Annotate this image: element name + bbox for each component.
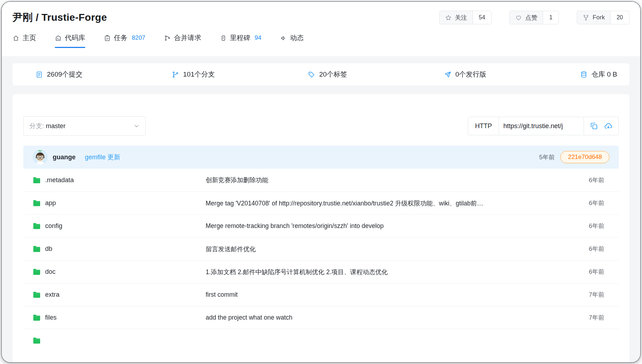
file-commit-time: 7年前	[570, 291, 604, 299]
repo-toolbar: 分支: master HTTP	[23, 94, 619, 136]
file-commit-message[interactable]: add the project what one watch	[206, 314, 570, 321]
stat-tags[interactable]: 20个标签	[308, 70, 444, 79]
fork-label: Fork	[593, 14, 605, 21]
file-name-link[interactable]: extra	[45, 291, 59, 299]
page-title: 尹刚 / Trustie-Forge	[13, 11, 107, 24]
commit-time: 5年前	[539, 153, 555, 161]
file-commit-time: 6年前	[570, 199, 604, 207]
tag-icon	[308, 71, 315, 78]
tab-issues-label: 任务	[114, 33, 128, 43]
stat-releases[interactable]: 0个发行版	[444, 70, 580, 79]
watch-count[interactable]: 54	[473, 11, 492, 24]
repository-page: 尹刚 / Trustie-Forge 关注 54 点赞	[2, 2, 640, 362]
commit-author[interactable]: guange	[53, 154, 76, 161]
repo-stats-bar: 2609个提交 101个分支 20个标签 0个发行版 仓库 0 B	[13, 63, 629, 86]
file-commit-message[interactable]: Merge remote-tracking branch 'remotes/or…	[206, 222, 570, 230]
file-name-link[interactable]: files	[45, 314, 57, 321]
copy-button[interactable]	[588, 120, 600, 132]
stat-commits-label: 2609个提交	[47, 70, 82, 79]
file-name-link[interactable]: .metadata	[45, 176, 74, 184]
fork-button-main: Fork	[577, 11, 610, 24]
branch-label: 分支:	[29, 122, 44, 130]
cloud-download-icon	[604, 122, 613, 130]
table-row: config Merge remote-tracking branch 'rem…	[23, 214, 619, 237]
table-row: db 留言发送邮件优化 6年前	[23, 237, 619, 260]
file-name-link[interactable]: config	[45, 222, 62, 230]
file-commit-time: 7年前	[570, 314, 604, 322]
copy-icon	[590, 122, 598, 130]
branch-icon	[172, 71, 179, 78]
clone-url-group: HTTP	[468, 117, 619, 135]
commits-icon	[35, 71, 43, 78]
merge-request-icon	[164, 35, 171, 42]
home-icon	[13, 35, 19, 42]
star-icon	[445, 14, 452, 21]
watch-button[interactable]: 关注 54	[439, 11, 492, 24]
heart-icon	[515, 14, 522, 21]
tab-repository-label: 代码库	[65, 33, 85, 43]
table-row: app Merge tag 'V20140708' of http://repo…	[23, 191, 619, 214]
fork-icon	[583, 14, 589, 21]
tab-activity[interactable]: 动态	[280, 28, 304, 48]
watch-button-main: 关注	[440, 11, 473, 24]
file-commit-time: 6年前	[570, 222, 604, 230]
file-commit-message[interactable]: 1.添加文档 2.邮件中缺陷序号计算机制优化 2.项目、课程动态优化	[206, 268, 570, 276]
table-row: .metadata 创新竞赛添加删除功能 6年前	[23, 169, 619, 191]
code-repo-icon	[55, 35, 62, 42]
database-icon	[580, 71, 588, 78]
file-commit-message[interactable]: first commit	[206, 291, 570, 299]
tab-milestones[interactable]: 里程碑 94	[220, 28, 262, 48]
file-name-link[interactable]: db	[45, 245, 52, 253]
tab-issues[interactable]: 任务 8207	[104, 28, 145, 48]
stat-branches-label: 101个分支	[183, 70, 215, 79]
praise-count[interactable]: 1	[543, 11, 559, 24]
folder-icon	[33, 337, 41, 344]
file-name-link[interactable]: app	[45, 199, 56, 207]
commit-message-link[interactable]: gemfile 更新	[85, 153, 120, 161]
milestone-icon	[220, 35, 227, 42]
table-row: extra first commit 7年前	[23, 283, 619, 306]
stat-tags-label: 20个标签	[319, 70, 347, 79]
tab-milestones-label: 里程碑	[230, 33, 250, 43]
tab-merge-requests[interactable]: 合并请求	[164, 28, 201, 48]
folder-icon	[33, 291, 41, 299]
repo-tabs: 主页 代码库 任务 8207 合并请求 里程碑	[13, 28, 629, 48]
stat-releases-label: 0个发行版	[455, 70, 487, 79]
praise-button[interactable]: 点赞 1	[509, 11, 559, 24]
file-commit-message[interactable]: 留言发送邮件优化	[206, 245, 570, 253]
file-commit-message[interactable]: 创新竞赛添加删除功能	[206, 176, 570, 184]
clone-url-input[interactable]	[499, 117, 584, 135]
avatar[interactable]	[33, 150, 48, 165]
folder-icon	[33, 245, 41, 253]
branch-selector[interactable]: 分支: master	[23, 116, 146, 136]
latest-commit-bar: guange gemfile 更新 5年前 221e70d648	[23, 146, 619, 169]
protocol-button[interactable]: HTTP	[468, 117, 499, 135]
tab-milestones-count: 94	[255, 34, 262, 42]
tab-issues-count: 8207	[132, 34, 145, 42]
file-commit-time: 6年前	[570, 176, 604, 184]
avatar-illustration	[33, 150, 48, 165]
file-name-link[interactable]: doc	[45, 268, 56, 276]
download-button[interactable]	[603, 120, 614, 132]
tab-repository[interactable]: 代码库	[55, 28, 85, 48]
table-row: files add the project what one watch 7年前	[23, 306, 619, 329]
stat-commits[interactable]: 2609个提交	[35, 70, 172, 79]
file-commit-message[interactable]: Merge tag 'V20140708' of http://reposito…	[206, 199, 570, 208]
activity-icon	[280, 35, 287, 42]
file-browser-card: 分支: master HTTP	[13, 94, 629, 362]
fork-button[interactable]: Fork 20	[577, 11, 629, 24]
tab-home-label: 主页	[23, 33, 36, 43]
stat-repo-size-label: 仓库 0 B	[591, 70, 617, 79]
branch-value: master	[46, 122, 66, 130]
stat-branches[interactable]: 101个分支	[172, 70, 308, 79]
fork-count[interactable]: 20	[610, 11, 629, 24]
file-commit-time: 6年前	[570, 245, 604, 253]
chevron-down-icon	[133, 123, 140, 129]
commit-hash-badge[interactable]: 221e70d648	[560, 151, 609, 163]
header-actions: 关注 54 点赞 1 Fork	[439, 11, 630, 24]
stat-repo-size[interactable]: 仓库 0 B	[580, 70, 617, 79]
browser-window: 尹刚 / Trustie-Forge 关注 54 点赞	[1, 1, 641, 363]
table-row: doc 1.添加文档 2.邮件中缺陷序号计算机制优化 2.项目、课程动态优化 6…	[23, 260, 619, 283]
tab-home[interactable]: 主页	[13, 28, 36, 48]
title-row: 尹刚 / Trustie-Forge 关注 54 点赞	[13, 2, 629, 25]
